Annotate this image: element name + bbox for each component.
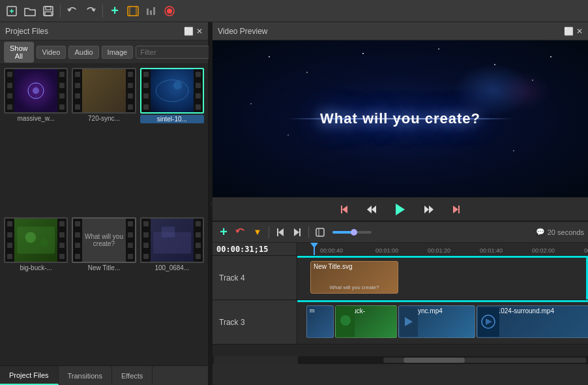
svg-marker-28 <box>372 206 376 213</box>
timeline-skip-forward-btn[interactable] <box>290 225 304 239</box>
preview-title: Video Preview <box>218 27 268 36</box>
svg-marker-37 <box>299 228 301 236</box>
svg-rect-8 <box>150 10 152 15</box>
toolbar-new-btn[interactable] <box>4 3 20 19</box>
media-grid: massive_w... 720-sync... <box>0 64 208 365</box>
play-btn[interactable] <box>389 198 411 221</box>
preview-float-icon[interactable]: ⬜ <box>564 27 574 36</box>
media-item-3[interactable]: sintel-10... <box>140 68 204 213</box>
svg-marker-30 <box>424 206 429 213</box>
project-files-header: Project Files ⬜ ✕ <box>0 22 208 40</box>
playback-controls <box>213 197 588 221</box>
filter-image-btn[interactable]: Image <box>102 46 134 59</box>
toolbar-save-btn[interactable] <box>40 3 56 19</box>
media-item-2[interactable]: 720-sync... <box>72 68 136 213</box>
preview-header: Video Preview ⬜ ✕ <box>213 22 588 40</box>
tab-project-files[interactable]: Project Files <box>0 366 59 385</box>
zoom-label: 20 seconds <box>548 228 584 236</box>
timeline-scrollbar-track[interactable] <box>383 358 587 363</box>
preview-text: What will you create? <box>320 110 480 127</box>
current-time-display: 00:00:31;15 <box>213 243 297 255</box>
ruler-ticks <box>297 243 588 255</box>
clip-bigbuck[interactable]: big-buck- <box>335 305 397 338</box>
svg-rect-24 <box>161 226 175 238</box>
svg-rect-3 <box>45 12 51 16</box>
timeline-filter-btn[interactable]: ▼ <box>250 225 265 239</box>
filter-video-btn[interactable]: Video <box>37 46 66 59</box>
timeline-toolbar-sep-2 <box>308 226 309 238</box>
track-3-label: Track 3 <box>213 300 297 344</box>
svg-rect-7 <box>147 8 149 15</box>
svg-marker-29 <box>396 204 405 215</box>
svg-rect-38 <box>316 228 324 236</box>
toolbar-chart-btn[interactable] <box>143 3 159 19</box>
zoom-slider[interactable] <box>332 231 372 234</box>
current-time: 00:00:31;15 <box>216 245 268 254</box>
left-panel: Project Files ⬜ ✕ Show All Video Audio I… <box>0 22 209 385</box>
preview-area: What will you create? <box>213 40 588 197</box>
clip-m[interactable]: m <box>306 305 334 338</box>
media-item-5[interactable]: What will you create? New Title... <box>72 217 136 362</box>
toolbar-add-btn[interactable]: + <box>107 3 123 19</box>
project-files-float-icon[interactable]: ⬜ <box>184 27 194 36</box>
svg-rect-4 <box>128 7 138 16</box>
clip-sintel[interactable]: sintel-1024-surround.mp4 <box>477 305 588 338</box>
track-3-row: Track 3 m big-buck- <box>213 300 588 345</box>
timeline-zoom <box>332 231 372 234</box>
toolbar-redo-btn[interactable] <box>83 3 98 19</box>
forward-to-end-btn[interactable] <box>447 200 466 219</box>
media-item-4[interactable]: big-buck-... <box>4 217 68 362</box>
toolbar-sep-2 <box>102 5 103 18</box>
timeline-scrollbar-thumb[interactable] <box>404 358 465 363</box>
project-files-title: Project Files <box>5 27 48 36</box>
clip-720sync[interactable]: 720-sync.mp4 <box>398 305 475 338</box>
svg-point-41 <box>340 315 351 326</box>
preview-close-icon[interactable]: ✕ <box>576 27 583 36</box>
toolbar-undo-btn[interactable] <box>65 3 80 19</box>
toolbar-clip-btn[interactable] <box>125 3 141 19</box>
preview-video: What will you create? <box>213 40 588 197</box>
time-display: 💬 20 seconds <box>536 228 584 236</box>
filter-audio-btn[interactable]: Audio <box>68 46 98 59</box>
svg-point-18 <box>156 80 188 101</box>
svg-rect-20 <box>17 226 55 253</box>
media-item-2-label: 720-sync... <box>72 115 136 122</box>
chat-icon: 💬 <box>536 228 545 236</box>
svg-rect-9 <box>153 7 155 15</box>
main-toolbar: + <box>0 0 588 22</box>
track-4-content[interactable]: New Title.svg What will you create? <box>297 256 588 300</box>
ruler-area: 00:00:31;15 00:00:40 00:01:00 00:01:20 0… <box>213 243 588 256</box>
filter-bar: Show All Video Audio Image <box>0 40 208 64</box>
media-item-6[interactable]: 100_0684... <box>140 217 204 362</box>
svg-marker-25 <box>341 206 342 213</box>
preview-header-icons: ⬜ ✕ <box>564 27 583 36</box>
filter-showall-btn[interactable]: Show All <box>4 42 34 63</box>
rewind-to-start-btn[interactable] <box>334 200 354 219</box>
right-panel: Video Preview ⬜ ✕ <box>213 22 588 385</box>
clip-new-title-label: New Title.svg <box>314 263 395 270</box>
svg-point-22 <box>40 239 48 247</box>
svg-point-11 <box>167 8 172 14</box>
track-4-row: Track 4 New Title.svg What will you crea… <box>213 256 588 300</box>
left-tabs: Project Files Transitions Effects <box>0 365 208 385</box>
media-item-3-label: sintel-10... <box>140 115 204 123</box>
toolbar-record-btn[interactable] <box>162 3 177 19</box>
toolbar-open-btn[interactable] <box>22 3 38 19</box>
timeline-skip-back-btn[interactable] <box>273 225 287 239</box>
forward-btn[interactable] <box>419 200 439 219</box>
svg-marker-27 <box>367 206 372 213</box>
svg-marker-26 <box>342 206 347 213</box>
timeline-marker-btn[interactable] <box>313 225 327 239</box>
timeline-add-btn[interactable]: + <box>216 225 231 239</box>
media-item-1[interactable]: massive_w... <box>4 68 68 213</box>
tab-effects[interactable]: Effects <box>112 366 153 385</box>
clip-new-title[interactable]: New Title.svg What will you create? <box>310 261 398 294</box>
tab-transitions[interactable]: Transitions <box>59 366 112 385</box>
timeline-ruler[interactable]: 00:00:40 00:01:00 00:01:20 00:01:40 00:0… <box>297 243 588 255</box>
timeline-scrollbar <box>213 356 588 364</box>
project-files-close-icon[interactable]: ✕ <box>196 27 203 36</box>
timeline-undo-btn[interactable] <box>233 225 248 239</box>
track-3-content[interactable]: m big-buck- 720-sync.mp4 <box>297 300 588 344</box>
svg-marker-31 <box>429 206 434 213</box>
rewind-btn[interactable] <box>362 200 381 219</box>
